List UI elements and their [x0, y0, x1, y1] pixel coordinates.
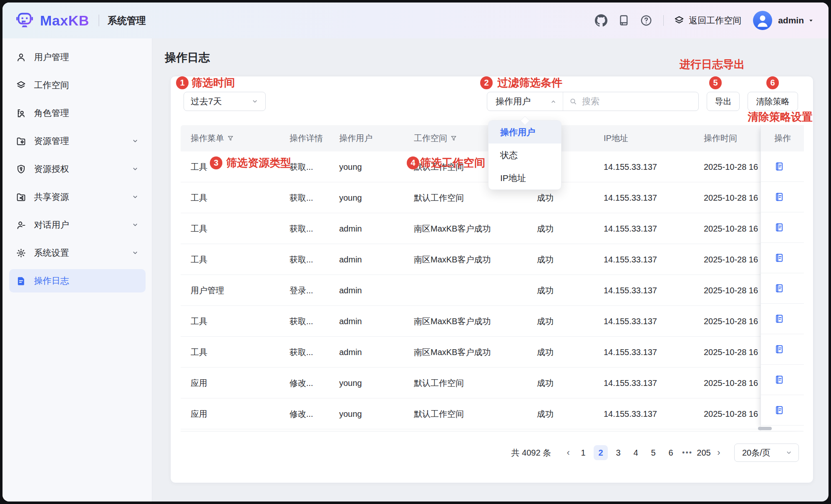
page-size-value: 20条/页: [742, 447, 771, 459]
user-chat-icon: [16, 220, 26, 230]
table-body: 工具获取...young默认工作空间成功14.155.33.1372025-10…: [181, 151, 803, 429]
prev-page-button[interactable]: ‹: [562, 447, 574, 458]
cell-menu: 工具: [191, 223, 207, 234]
cell-ip: 14.155.33.137: [604, 255, 657, 264]
log-detail-icon[interactable]: [774, 161, 784, 171]
search-icon: [569, 97, 577, 106]
cell-status: 成功: [537, 346, 554, 358]
table-row: 工具获取...admin南区MaxKB客户成功成功14.155.33.13720…: [181, 244, 803, 275]
cell-ws: 南区MaxKB客户成功: [414, 254, 491, 265]
log-detail-icon[interactable]: [774, 192, 784, 202]
log-detail-icon[interactable]: [774, 253, 784, 263]
gear-icon: [16, 248, 26, 258]
page-number-button[interactable]: 4: [629, 445, 643, 460]
cell-menu: 工具: [191, 315, 207, 327]
cell-user: admin: [339, 316, 362, 326]
clear-policy-button[interactable]: 清除策略: [748, 92, 798, 111]
log-detail-icon[interactable]: [774, 375, 784, 385]
chevron-down-icon: [131, 193, 139, 201]
horizontal-scrollbar-thumb[interactable]: [758, 427, 772, 430]
column-header-detail: 操作详情: [290, 125, 323, 151]
time-range-select[interactable]: 过去7天: [184, 92, 266, 111]
annotation-clear-note: 清除策略设置: [748, 111, 813, 123]
page-title: 操作日志: [165, 50, 210, 65]
sidebar-item-label: 共享资源: [34, 191, 69, 203]
docs-icon[interactable]: [617, 14, 630, 27]
cell-user: admin: [339, 347, 362, 357]
cell-user: young: [339, 193, 362, 202]
last-page-button[interactable]: 205: [697, 445, 711, 460]
cell-detail: 修改...: [290, 377, 313, 388]
annotation-badge-2: 2: [480, 76, 493, 89]
export-button[interactable]: 导出: [707, 92, 740, 111]
role-icon: [16, 108, 26, 118]
cell-detail: 获取...: [290, 346, 313, 358]
column-header-action: 操作: [761, 125, 804, 151]
filter-funnel-icon[interactable]: [227, 135, 234, 142]
dropdown-option[interactable]: IP地址: [489, 166, 561, 189]
github-icon[interactable]: [595, 14, 607, 27]
sidebar-item-label: 资源授权: [34, 163, 69, 175]
cell-ip: 14.155.33.137: [604, 409, 657, 418]
log-detail-icon[interactable]: [774, 222, 784, 232]
folder-share-icon: [16, 192, 26, 202]
cell-ip: 14.155.33.137: [604, 347, 657, 357]
annotation-badge-4: 4: [407, 156, 419, 169]
sidebar-item-label: 操作日志: [34, 275, 69, 287]
dropdown-option[interactable]: 操作用户: [489, 121, 561, 144]
log-detail-icon[interactable]: [774, 314, 784, 324]
chevron-down-icon: [808, 17, 814, 24]
cell-menu: 用户管理: [191, 285, 224, 296]
cell-detail: 登录...: [290, 285, 313, 296]
folder-gear-icon: [16, 136, 26, 146]
page-number-button[interactable]: 6: [664, 445, 678, 460]
sidebar-item-role[interactable]: 角色管理: [9, 101, 146, 125]
user-menu[interactable]: admin: [741, 11, 814, 30]
sidebar-item-folder-share[interactable]: 共享资源: [9, 185, 146, 209]
next-page-button[interactable]: ›: [713, 447, 725, 458]
chevron-down-icon: [131, 249, 139, 257]
cell-time: 2025-10-28 16: [704, 409, 759, 418]
page-number-button[interactable]: 1: [576, 445, 590, 460]
brand-divider: [98, 15, 99, 26]
log-detail-icon[interactable]: [774, 283, 784, 293]
sidebar-item-user-chat[interactable]: 对话用户: [9, 213, 146, 237]
filter-field-select[interactable]: 操作用户: [487, 92, 563, 111]
action-cell: [761, 395, 804, 426]
sidebar-item-log[interactable]: 操作日志: [9, 269, 146, 292]
filter-funnel-icon[interactable]: [450, 135, 457, 142]
sidebar-item-gear[interactable]: 系统设置: [9, 241, 146, 265]
column-header-menu: 操作菜单: [191, 125, 234, 151]
log-detail-icon[interactable]: [774, 405, 784, 415]
page-number-button[interactable]: 2: [594, 445, 608, 460]
cell-ip: 14.155.33.137: [604, 316, 657, 326]
page-size-select[interactable]: 20条/页: [734, 444, 799, 462]
avatar: [753, 11, 772, 30]
cell-detail: 获取...: [290, 315, 313, 327]
cell-time: 2025-10-28 16: [704, 193, 759, 202]
action-cell: [761, 304, 804, 334]
cell-ip: 14.155.33.137: [604, 193, 657, 202]
sidebar-item-user[interactable]: 用户管理: [9, 45, 146, 69]
topbar-divider: [663, 15, 664, 26]
action-cell: [761, 151, 804, 182]
page-number-button[interactable]: 5: [646, 445, 660, 460]
top-header: MaxKB 系统管理 返回工作空间 admin: [3, 3, 828, 38]
cell-user: admin: [339, 224, 362, 233]
cell-user: admin: [339, 285, 362, 295]
brand[interactable]: MaxKB: [15, 11, 89, 30]
search-input[interactable]: [581, 96, 692, 107]
more-pages-button[interactable]: •••: [682, 449, 692, 457]
sidebar-item-shield-key[interactable]: 资源授权: [9, 157, 146, 181]
dropdown-option[interactable]: 状态: [489, 144, 561, 166]
layers-icon: [16, 80, 26, 91]
cell-detail: 获取...: [290, 223, 313, 234]
sidebar-item-folder-gear[interactable]: 资源管理: [9, 129, 146, 153]
page-number-button[interactable]: 3: [611, 445, 625, 460]
help-icon[interactable]: [640, 14, 652, 27]
back-to-workspace-button[interactable]: 返回工作空间: [674, 15, 741, 26]
sidebar-item-layers[interactable]: 工作空间: [9, 73, 146, 97]
pagination-total: 共 4092 条: [511, 447, 551, 459]
log-detail-icon[interactable]: [774, 344, 784, 354]
cell-status: 成功: [537, 254, 554, 265]
